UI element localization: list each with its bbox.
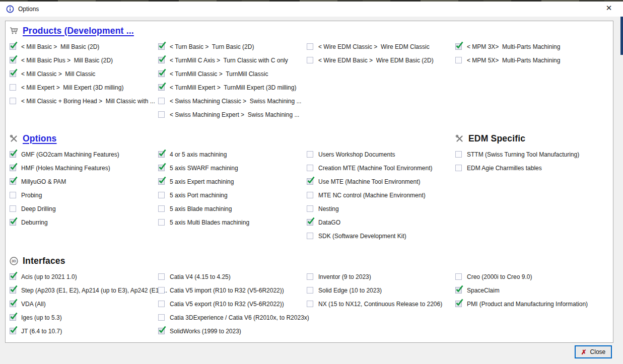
checkbox-item[interactable]: NX (15 to NX12, Continuous Release to 22… (307, 297, 455, 311)
unchecked-checkbox[interactable] (10, 205, 16, 212)
checked-checkbox[interactable] (10, 287, 16, 294)
checkbox-item[interactable]: VDA (All) (10, 297, 158, 311)
unchecked-checkbox[interactable] (307, 205, 313, 212)
unchecked-checkbox[interactable] (307, 165, 313, 171)
checkbox-item[interactable]: Solid Edge (10 to 2023) (307, 283, 455, 297)
checked-checkbox[interactable] (10, 43, 16, 50)
unchecked-checkbox[interactable] (455, 57, 462, 63)
checkbox-item[interactable]: < TurnMill C Axis > Turn Classic with C … (158, 53, 307, 67)
unchecked-checkbox[interactable] (158, 192, 165, 198)
checked-checkbox[interactable] (10, 219, 16, 226)
checkbox-item[interactable]: < MPM 5X> Multi-Parts Machining (455, 53, 604, 67)
close-button[interactable]: ✗ Close (575, 345, 612, 358)
unchecked-checkbox[interactable] (307, 233, 313, 239)
checkbox-item[interactable]: MillyuGO & PAM (10, 175, 158, 188)
window-close-icon[interactable]: ✕ (603, 2, 615, 14)
checkbox-item[interactable]: < Wire EDM Classic > Wire EDM Classic (307, 40, 455, 53)
checkbox-item[interactable]: < Swiss Machining Classic > Swiss Machin… (158, 94, 307, 108)
checkbox-item[interactable]: SolidWorks (1999 to 2023) (158, 324, 307, 338)
checked-checkbox[interactable] (158, 165, 165, 171)
checkbox-item[interactable]: < Mill Classic > Mill Classic (10, 67, 158, 81)
checkbox-item[interactable]: MTE NC control (Machine Environment) (307, 188, 455, 202)
checked-checkbox[interactable] (10, 301, 16, 307)
checkbox-item[interactable]: Catia 3DExperience / Catia V6 (R2010x, t… (158, 311, 307, 324)
checkbox-item[interactable]: PMI (Product and Manufacturing Informati… (455, 297, 604, 311)
checkbox-item[interactable]: SDK (Software Development Kit) (307, 229, 455, 243)
checked-checkbox[interactable] (455, 287, 462, 294)
checked-checkbox[interactable] (158, 328, 165, 334)
checkbox-item[interactable]: Users Workshop Documents (307, 148, 455, 161)
checkbox-item[interactable]: Creation MTE (Machine Tool Environment) (307, 161, 455, 175)
checkbox-item[interactable]: 5 axis Blade machining (158, 202, 307, 215)
unchecked-checkbox[interactable] (158, 287, 165, 294)
unchecked-checkbox[interactable] (158, 111, 165, 118)
unchecked-checkbox[interactable] (307, 301, 313, 307)
checkbox-item[interactable]: < Wire EDM Basic > Wire EDM Basic (2D) (307, 53, 455, 67)
unchecked-checkbox[interactable] (307, 43, 313, 50)
unchecked-checkbox[interactable] (158, 273, 165, 280)
checked-checkbox[interactable] (307, 178, 313, 185)
unchecked-checkbox[interactable] (455, 165, 462, 171)
checked-checkbox[interactable] (158, 70, 165, 77)
checkbox-item[interactable]: SpaceClaim (455, 283, 604, 297)
checked-checkbox[interactable] (455, 43, 462, 50)
checkbox-item[interactable]: < MPM 3X> Multi-Parts Machining (455, 40, 604, 53)
checkbox-item[interactable]: Deburring (10, 215, 158, 229)
checked-checkbox[interactable] (10, 314, 16, 321)
checkbox-item[interactable]: Iges (up to 5.3) (10, 311, 158, 324)
checkbox-item[interactable]: Deep Drilling (10, 202, 158, 215)
checkbox-item[interactable]: EDM Agie Charmilles tables (455, 161, 604, 175)
checkbox-item[interactable]: Use MTE (Machine Tool Environment) (307, 175, 455, 188)
unchecked-checkbox[interactable] (307, 57, 313, 63)
unchecked-checkbox[interactable] (158, 98, 165, 104)
unchecked-checkbox[interactable] (455, 273, 462, 280)
checked-checkbox[interactable] (10, 328, 16, 334)
checkbox-item[interactable]: < TurnMill Classic > TurnMill Classic (158, 67, 307, 81)
checked-checkbox[interactable] (455, 301, 462, 307)
checked-checkbox[interactable] (158, 178, 165, 185)
checkbox-item[interactable]: 5 axis Multi Blades machining (158, 215, 307, 229)
checked-checkbox[interactable] (10, 178, 16, 185)
checkbox-item[interactable]: Creo (2000i to Creo 9.0) (455, 270, 604, 283)
options-header[interactable]: Options (10, 131, 455, 146)
unchecked-checkbox[interactable] (158, 301, 165, 307)
unchecked-checkbox[interactable] (307, 151, 313, 158)
unchecked-checkbox[interactable] (158, 205, 165, 212)
checkbox-item[interactable]: STTM (Swiss Turning Tool Manufacturing) (455, 148, 604, 161)
checked-checkbox[interactable] (10, 165, 16, 171)
checked-checkbox[interactable] (10, 57, 16, 63)
checked-checkbox[interactable] (10, 151, 16, 158)
checkbox-item[interactable]: Inventor (9 to 2023) (307, 270, 455, 283)
checked-checkbox[interactable] (158, 84, 165, 91)
unchecked-checkbox[interactable] (158, 314, 165, 321)
products-header[interactable]: Products (Development ... (10, 23, 604, 38)
checkbox-item[interactable]: 5 axis Port machining (158, 188, 307, 202)
checkbox-item[interactable]: 4 or 5 axis machining (158, 148, 307, 161)
unchecked-checkbox[interactable] (10, 192, 16, 198)
checkbox-item[interactable]: Catia V4 (4.15 to 4.25) (158, 270, 307, 283)
checkbox-item[interactable]: < Swiss Machining Expert > Swiss Machini… (158, 108, 307, 121)
checkbox-item[interactable]: < Mill Basic > Mill Basic (2D) (10, 40, 158, 53)
checkbox-item[interactable]: HMF (Holes Machining Features) (10, 161, 158, 175)
unchecked-checkbox[interactable] (10, 98, 16, 104)
checkbox-item[interactable]: GMF (GO2cam Machining Features) (10, 148, 158, 161)
checkbox-item[interactable]: Acis (up to 2021 1.0) (10, 270, 158, 283)
checkbox-item[interactable]: Probing (10, 188, 158, 202)
checked-checkbox[interactable] (158, 57, 165, 63)
unchecked-checkbox[interactable] (10, 84, 16, 91)
checkbox-item[interactable]: < Mill Expert > Mill Expert (3D milling) (10, 81, 158, 94)
checkbox-item[interactable]: < TurnMill Expert > TurnMill Expert (3D … (158, 81, 307, 94)
checkbox-item[interactable]: Step (Ap203 (E1, E2), Ap214 (up to E3), … (10, 283, 158, 297)
checked-checkbox[interactable] (158, 151, 165, 158)
unchecked-checkbox[interactable] (307, 273, 313, 280)
checkbox-item[interactable]: < Turn Basic > Turn Basic (2D) (158, 40, 307, 53)
checked-checkbox[interactable] (158, 43, 165, 50)
checkbox-item[interactable]: Catia V5 import (R10 to R32 (V5-6R2022)) (158, 283, 307, 297)
unchecked-checkbox[interactable] (307, 192, 313, 198)
checkbox-item[interactable]: < Mill Basic Plus > Mill Basic (2D) (10, 53, 158, 67)
checked-checkbox[interactable] (307, 219, 313, 226)
checkbox-item[interactable]: 5 axis Expert machining (158, 175, 307, 188)
checkbox-item[interactable]: < Mill Classic + Boring Head > Mill Clas… (10, 94, 158, 108)
checkbox-item[interactable]: JT (6.4 to 10.7) (10, 324, 158, 338)
checkbox-item[interactable]: Catia V5 export (R10 to R32 (V5-6R2022)) (158, 297, 307, 311)
